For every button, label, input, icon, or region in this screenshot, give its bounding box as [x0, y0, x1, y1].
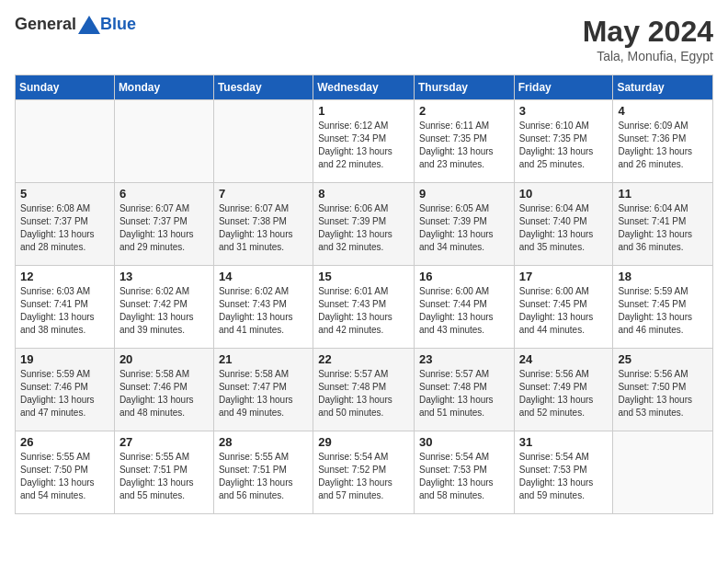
day-info: Sunrise: 5:55 AM Sunset: 7:51 PM Dayligh…	[219, 451, 308, 502]
day-info: Sunrise: 6:07 AM Sunset: 7:37 PM Dayligh…	[119, 202, 209, 254]
day-number: 8	[318, 187, 409, 201]
weekday-header-tuesday: Tuesday	[213, 75, 313, 100]
day-info: Sunrise: 6:08 AM Sunset: 7:37 PM Dayligh…	[20, 202, 109, 254]
calendar-week-row: 5Sunrise: 6:08 AM Sunset: 7:37 PM Daylig…	[16, 183, 713, 266]
title-block: May 2024 Tala, Monufia, Egypt	[583, 15, 713, 63]
day-info: Sunrise: 6:00 AM Sunset: 7:45 PM Dayligh…	[519, 285, 609, 337]
calendar-cell: 25Sunrise: 5:56 AM Sunset: 7:50 PM Dayli…	[613, 349, 713, 431]
calendar-week-row: 26Sunrise: 5:55 AM Sunset: 7:50 PM Dayli…	[16, 431, 713, 514]
calendar-week-row: 1Sunrise: 6:12 AM Sunset: 7:34 PM Daylig…	[16, 100, 713, 183]
calendar-cell	[114, 100, 213, 183]
weekday-header-saturday: Saturday	[613, 75, 713, 100]
weekday-header-monday: Monday	[114, 75, 213, 100]
calendar-cell: 12Sunrise: 6:03 AM Sunset: 7:41 PM Dayli…	[16, 266, 115, 349]
calendar-week-row: 12Sunrise: 6:03 AM Sunset: 7:41 PM Dayli…	[16, 266, 713, 349]
weekday-header-sunday: Sunday	[16, 75, 115, 100]
day-info: Sunrise: 6:06 AM Sunset: 7:39 PM Dayligh…	[318, 202, 409, 254]
day-info: Sunrise: 6:09 AM Sunset: 7:36 PM Dayligh…	[618, 120, 708, 171]
day-number: 28	[219, 435, 308, 449]
day-info: Sunrise: 5:59 AM Sunset: 7:46 PM Dayligh…	[20, 368, 109, 419]
day-info: Sunrise: 6:05 AM Sunset: 7:39 PM Dayligh…	[419, 202, 509, 254]
day-info: Sunrise: 6:10 AM Sunset: 7:35 PM Dayligh…	[519, 120, 609, 171]
calendar-week-row: 19Sunrise: 5:59 AM Sunset: 7:46 PM Dayli…	[16, 349, 713, 431]
day-number: 29	[318, 435, 409, 449]
weekday-header-friday: Friday	[514, 75, 613, 100]
calendar-cell: 26Sunrise: 5:55 AM Sunset: 7:50 PM Dayli…	[16, 431, 115, 514]
day-info: Sunrise: 5:55 AM Sunset: 7:50 PM Dayligh…	[20, 451, 109, 502]
day-number: 23	[419, 352, 509, 366]
calendar-cell: 1Sunrise: 6:12 AM Sunset: 7:34 PM Daylig…	[313, 100, 415, 183]
calendar-cell: 5Sunrise: 6:08 AM Sunset: 7:37 PM Daylig…	[16, 183, 115, 266]
logo-icon	[78, 16, 100, 34]
calendar-cell: 24Sunrise: 5:56 AM Sunset: 7:49 PM Dayli…	[514, 349, 613, 431]
day-number: 31	[519, 435, 609, 449]
calendar-cell: 15Sunrise: 6:01 AM Sunset: 7:43 PM Dayli…	[313, 266, 415, 349]
calendar-cell: 31Sunrise: 5:54 AM Sunset: 7:53 PM Dayli…	[514, 431, 613, 514]
day-info: Sunrise: 5:56 AM Sunset: 7:50 PM Dayligh…	[618, 368, 708, 419]
day-info: Sunrise: 5:58 AM Sunset: 7:46 PM Dayligh…	[119, 368, 209, 419]
day-info: Sunrise: 5:59 AM Sunset: 7:45 PM Dayligh…	[618, 285, 708, 337]
weekday-header-row: SundayMondayTuesdayWednesdayThursdayFrid…	[16, 75, 713, 100]
day-number: 5	[20, 187, 109, 201]
month-year-title: May 2024	[583, 15, 713, 49]
calendar-cell: 16Sunrise: 6:00 AM Sunset: 7:44 PM Dayli…	[414, 266, 514, 349]
day-number: 3	[519, 104, 609, 118]
day-number: 1	[318, 104, 409, 118]
day-info: Sunrise: 6:04 AM Sunset: 7:40 PM Dayligh…	[519, 202, 609, 254]
calendar-cell: 20Sunrise: 5:58 AM Sunset: 7:46 PM Dayli…	[114, 349, 213, 431]
day-number: 12	[20, 270, 109, 283]
day-number: 13	[119, 270, 209, 283]
day-number: 11	[618, 187, 708, 201]
day-info: Sunrise: 6:04 AM Sunset: 7:41 PM Dayligh…	[618, 202, 708, 254]
day-number: 22	[318, 352, 409, 366]
calendar-cell: 9Sunrise: 6:05 AM Sunset: 7:39 PM Daylig…	[414, 183, 514, 266]
calendar-cell: 6Sunrise: 6:07 AM Sunset: 7:37 PM Daylig…	[114, 183, 213, 266]
day-number: 20	[119, 352, 209, 366]
day-info: Sunrise: 5:54 AM Sunset: 7:52 PM Dayligh…	[318, 451, 409, 502]
day-number: 16	[419, 270, 509, 283]
calendar-cell: 8Sunrise: 6:06 AM Sunset: 7:39 PM Daylig…	[313, 183, 415, 266]
day-number: 14	[219, 270, 308, 283]
logo-general-text: General	[15, 15, 76, 34]
day-info: Sunrise: 5:56 AM Sunset: 7:49 PM Dayligh…	[519, 368, 609, 419]
calendar-cell: 3Sunrise: 6:10 AM Sunset: 7:35 PM Daylig…	[514, 100, 613, 183]
day-number: 18	[618, 270, 708, 283]
calendar-cell: 14Sunrise: 6:02 AM Sunset: 7:43 PM Dayli…	[213, 266, 313, 349]
calendar-cell: 11Sunrise: 6:04 AM Sunset: 7:41 PM Dayli…	[613, 183, 713, 266]
day-info: Sunrise: 5:54 AM Sunset: 7:53 PM Dayligh…	[419, 451, 509, 502]
day-info: Sunrise: 5:58 AM Sunset: 7:47 PM Dayligh…	[219, 368, 308, 419]
calendar-cell: 18Sunrise: 5:59 AM Sunset: 7:45 PM Dayli…	[613, 266, 713, 349]
day-number: 21	[219, 352, 308, 366]
calendar-cell: 10Sunrise: 6:04 AM Sunset: 7:40 PM Dayli…	[514, 183, 613, 266]
day-number: 27	[119, 435, 209, 449]
day-number: 19	[20, 352, 109, 366]
day-info: Sunrise: 5:57 AM Sunset: 7:48 PM Dayligh…	[318, 368, 409, 419]
day-info: Sunrise: 6:12 AM Sunset: 7:34 PM Dayligh…	[318, 120, 409, 171]
day-info: Sunrise: 5:54 AM Sunset: 7:53 PM Dayligh…	[519, 451, 609, 502]
calendar-cell: 28Sunrise: 5:55 AM Sunset: 7:51 PM Dayli…	[213, 431, 313, 514]
calendar-cell: 23Sunrise: 5:57 AM Sunset: 7:48 PM Dayli…	[414, 349, 514, 431]
page-header: General Blue May 2024 Tala, Monufia, Egy…	[15, 15, 713, 63]
location-subtitle: Tala, Monufia, Egypt	[583, 49, 713, 63]
day-number: 10	[519, 187, 609, 201]
day-info: Sunrise: 5:57 AM Sunset: 7:48 PM Dayligh…	[419, 368, 509, 419]
calendar-cell	[613, 431, 713, 514]
logo-blue-text: Blue	[100, 15, 136, 34]
day-info: Sunrise: 6:11 AM Sunset: 7:35 PM Dayligh…	[419, 120, 509, 171]
calendar-cell: 29Sunrise: 5:54 AM Sunset: 7:52 PM Dayli…	[313, 431, 415, 514]
day-number: 26	[20, 435, 109, 449]
day-info: Sunrise: 5:55 AM Sunset: 7:51 PM Dayligh…	[119, 451, 209, 502]
day-number: 30	[419, 435, 509, 449]
day-number: 17	[519, 270, 609, 283]
calendar-cell	[16, 100, 115, 183]
calendar-cell: 22Sunrise: 5:57 AM Sunset: 7:48 PM Dayli…	[313, 349, 415, 431]
calendar-cell: 21Sunrise: 5:58 AM Sunset: 7:47 PM Dayli…	[213, 349, 313, 431]
svg-marker-0	[78, 16, 100, 34]
day-info: Sunrise: 6:02 AM Sunset: 7:42 PM Dayligh…	[119, 285, 209, 337]
day-info: Sunrise: 6:07 AM Sunset: 7:38 PM Dayligh…	[219, 202, 308, 254]
day-number: 7	[219, 187, 308, 201]
day-info: Sunrise: 6:00 AM Sunset: 7:44 PM Dayligh…	[419, 285, 509, 337]
day-number: 4	[618, 104, 708, 118]
calendar-cell: 4Sunrise: 6:09 AM Sunset: 7:36 PM Daylig…	[613, 100, 713, 183]
logo: General Blue	[15, 15, 136, 34]
